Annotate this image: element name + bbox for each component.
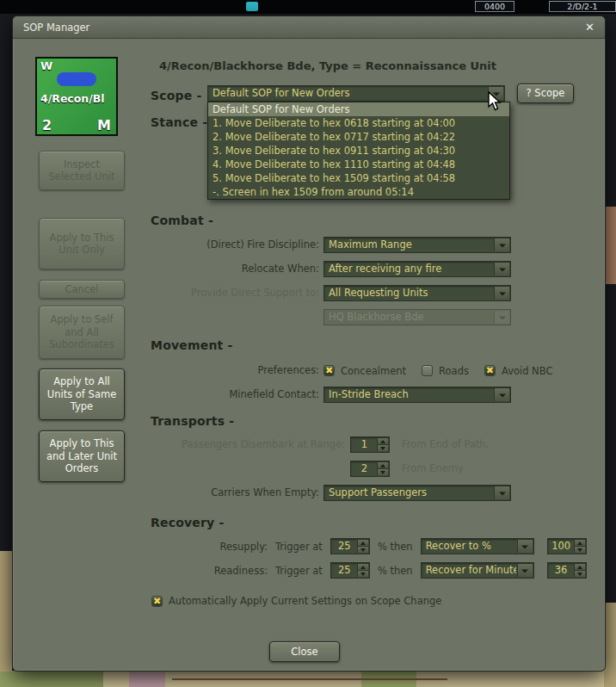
resupply-label: Resupply:	[164, 541, 268, 553]
stepper-up-icon[interactable]	[574, 564, 585, 570]
chevron-down-icon	[494, 238, 509, 251]
preferences-label: Preferences:	[164, 362, 319, 379]
stepper-down-icon[interactable]	[574, 546, 585, 553]
dropdown-option[interactable]: 1. Move Deliberate to hex 0618 starting …	[208, 116, 509, 130]
roads-option: Roads	[422, 365, 469, 377]
stepper-arrows	[377, 462, 388, 475]
dropdown-option[interactable]: 5. Move Deliberate to hex 1509 starting …	[208, 171, 509, 185]
stepper-value: 36	[550, 563, 573, 578]
dialog-titlebar[interactable]: SOP Manager ✕	[13, 16, 605, 39]
enemy-suffix-text: From Enemy	[402, 461, 464, 477]
scope-help-button[interactable]: ? Scope	[517, 84, 574, 103]
transports-section-label: Transports -	[151, 414, 234, 428]
resupply-action-value: Recover to %	[426, 539, 516, 554]
map-road-line	[172, 678, 447, 680]
concealment-checkbox[interactable]	[323, 365, 335, 376]
percent-then-label: % then	[378, 565, 413, 577]
chevron-down-icon	[494, 287, 509, 300]
dropdown-option[interactable]: Default SOP for New Orders	[208, 102, 509, 116]
stepper-value: 100	[550, 539, 573, 554]
scope-dropdown-list: Default SOP for New Orders 1. Move Delib…	[207, 102, 510, 200]
map-strip-bottom	[0, 671, 616, 687]
stepper-down-icon[interactable]	[357, 570, 368, 577]
unit-header: 4/Recon/Blackhorse Bde, Type = Reconnais…	[159, 59, 496, 72]
map-strip-right	[604, 207, 616, 284]
dropdown-option[interactable]: -. Screen in hex 1509 from around 05:14	[208, 185, 509, 199]
carriers-when-empty-select[interactable]: Support Passengers	[323, 485, 511, 501]
auto-apply-checkbox[interactable]	[151, 596, 163, 607]
stepper-arrows	[377, 438, 388, 451]
readiness-label: Readiness:	[164, 565, 268, 577]
readiness-trigger-stepper[interactable]: 25	[330, 562, 370, 579]
trigger-at-label: Trigger at	[275, 541, 323, 553]
stepper-up-icon[interactable]	[574, 540, 585, 546]
dropdown-option[interactable]: 2. Move Deliberate to hex 0717 starting …	[208, 130, 509, 144]
dropdown-option[interactable]: 4. Move Deliberate to hex 1110 starting …	[208, 158, 509, 171]
chevron-down-icon	[517, 540, 533, 553]
trigger-at-label: Trigger at	[275, 565, 323, 577]
relocate-when-select[interactable]: After receiving any fire	[323, 261, 511, 277]
stepper-value: 25	[333, 563, 356, 578]
relocate-when-value: After receiving any fire	[329, 262, 493, 276]
apply-self-and-subordinates-button: Apply to Self and All Subordinates	[39, 306, 125, 359]
chevron-down-icon	[517, 564, 533, 577]
mouse-cursor	[487, 91, 506, 112]
recon-vehicle-icon	[57, 72, 96, 86]
dropdown-option[interactable]: 3. Move Deliberate to hex 0911 starting …	[208, 144, 509, 158]
minefield-contact-select[interactable]: In-Stride Breach	[323, 387, 511, 403]
resupply-amount-stepper[interactable]: 100	[547, 538, 587, 554]
counter-unit-name: 4/Recon/Bl	[40, 92, 105, 105]
movement-section-label: Movement -	[151, 338, 233, 352]
hq-value: HQ Blackhorse Bde	[329, 310, 493, 325]
close-button[interactable]: Close	[269, 641, 340, 662]
readiness-amount-stepper[interactable]: 36	[547, 562, 587, 579]
stepper-down-icon[interactable]	[357, 546, 368, 553]
resupply-action-select[interactable]: Recover to %	[421, 538, 534, 554]
resupply-trigger-stepper[interactable]: 25	[330, 538, 370, 554]
percent-then-label: % then	[378, 541, 413, 553]
direct-support-label: Provide Direct Support to:	[65, 285, 319, 301]
direct-support-select[interactable]: All Requesting Units	[323, 285, 511, 301]
stepper-up-icon[interactable]	[377, 438, 388, 444]
map-blob	[0, 671, 103, 687]
stepper-down-icon[interactable]	[377, 468, 388, 475]
roads-checkbox[interactable]	[422, 365, 433, 376]
avoid-nbc-option: Avoid NBC	[484, 365, 553, 377]
minefield-contact-value: In-Stride Breach	[329, 387, 493, 402]
dialog-title: SOP Manager	[23, 22, 585, 34]
auto-apply-label: Automatically Apply Current Settings on …	[169, 595, 441, 607]
close-icon[interactable]: ✕	[585, 21, 594, 34]
unit-ref-readout: 2/D/2-1	[549, 1, 616, 12]
map-strip-right	[604, 603, 616, 687]
scope-section-label: Scope -	[151, 89, 202, 102]
stepper-up-icon[interactable]	[377, 462, 388, 468]
counter-strength: 2	[42, 117, 52, 133]
minefield-contact-label: Minefield Contact:	[65, 387, 319, 403]
stepper-value: 1	[353, 437, 376, 452]
fire-discipline-label: (Direct) Fire Discipline:	[65, 237, 319, 253]
disembark-range-stepper[interactable]: 1	[350, 436, 390, 453]
fire-discipline-select[interactable]: Maximum Range	[323, 237, 511, 253]
fire-discipline-value: Maximum Range	[329, 238, 493, 252]
stance-section-label: Stance -	[151, 115, 207, 129]
map-fragment	[246, 2, 258, 11]
checkbox-label: Roads	[439, 365, 469, 377]
unit-counter: W 4/Recon/Bl 2 M	[35, 57, 118, 136]
stepper-up-icon[interactable]	[357, 564, 368, 570]
carriers-when-empty-label: Carriers When Empty:	[65, 485, 319, 501]
stepper-down-icon[interactable]	[377, 444, 388, 451]
checkbox-label: Avoid NBC	[502, 365, 553, 377]
stepper-up-icon[interactable]	[357, 540, 368, 546]
top-status-bar: 0400 2/D/2-1	[0, 0, 616, 14]
stepper-down-icon[interactable]	[574, 570, 585, 577]
scope-select[interactable]: Default SOP for New Orders	[207, 85, 505, 102]
direct-support-value: All Requesting Units	[329, 286, 493, 300]
concealment-option: Concealment	[323, 365, 406, 377]
counter-mode-letter: M	[97, 117, 111, 133]
enemy-range-stepper[interactable]: 2	[350, 461, 390, 477]
avoid-nbc-checkbox[interactable]	[484, 365, 496, 376]
movement-preferences-row: Concealment Roads Avoid NBC	[323, 362, 568, 379]
relocate-when-label: Relocate When:	[65, 261, 319, 277]
readiness-action-select[interactable]: Recover for Minutes	[421, 562, 534, 579]
chevron-down-icon	[494, 486, 509, 499]
